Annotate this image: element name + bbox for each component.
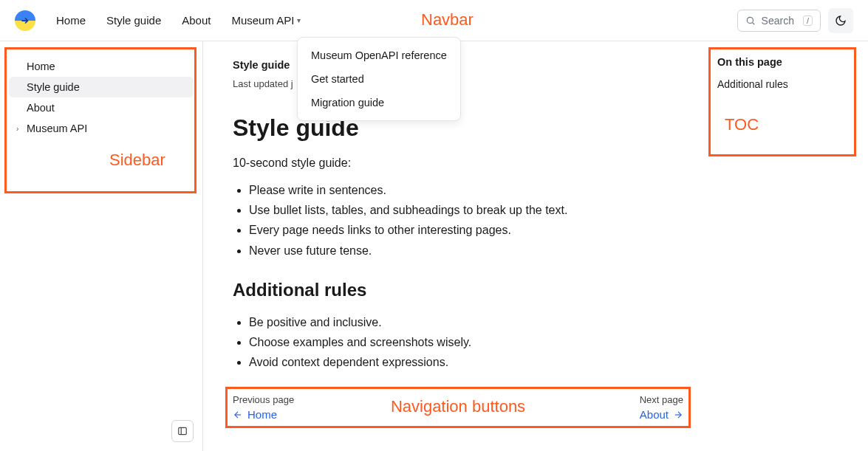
nav-link-museum-api[interactable]: Museum API ▾ <box>231 14 301 27</box>
annotation-sidebar: Sidebar <box>109 151 165 170</box>
arrow-right-icon <box>673 410 683 420</box>
prev-page-label: Previous page <box>233 394 294 405</box>
moon-icon <box>835 15 847 27</box>
svg-rect-2 <box>179 427 187 434</box>
prev-page-link[interactable]: Home <box>233 408 294 421</box>
museum-api-dropdown: Museum OpenAPI reference Get started Mig… <box>297 37 461 121</box>
search-shortcut-key: / <box>803 16 813 26</box>
svg-point-0 <box>747 17 753 23</box>
intro-text: 10-second style guide: <box>233 156 683 170</box>
next-page-link[interactable]: About <box>640 408 683 421</box>
sidebar-item-home[interactable]: Home <box>9 56 194 77</box>
search-icon <box>745 16 756 26</box>
list-item: Every page needs links to other interest… <box>249 220 683 240</box>
page-navigation: Previous page Home Next page About <box>233 391 683 424</box>
dropdown-item-openapi-ref[interactable]: Museum OpenAPI reference <box>298 44 460 67</box>
bullet-list-1: Please write in sentences. Use bullet li… <box>233 180 683 261</box>
sidebar-item-style-guide[interactable]: Style guide <box>9 77 194 97</box>
nav-link-style-guide[interactable]: Style guide <box>106 14 161 27</box>
nav-link-about[interactable]: About <box>182 14 211 27</box>
next-page-label: Next page <box>640 394 683 405</box>
svg-line-1 <box>752 22 754 24</box>
sidebar-item-label: Home <box>27 61 55 72</box>
dropdown-item-get-started[interactable]: Get started <box>298 67 460 91</box>
nav-link-home[interactable]: Home <box>56 14 86 27</box>
sidebar: Home Style guide About ›Museum API Sideb… <box>0 41 203 451</box>
table-of-contents: On this page Additional rules TOC <box>713 41 868 451</box>
sidebar-collapse-button[interactable] <box>171 420 194 442</box>
bullet-list-2: Be positive and inclusive. Choose exampl… <box>233 312 683 373</box>
panel-icon <box>177 426 188 436</box>
chevron-down-icon: ▾ <box>297 16 301 24</box>
sidebar-item-about[interactable]: About <box>9 97 194 118</box>
toc-title: On this page <box>713 56 858 68</box>
theme-toggle-button[interactable] <box>828 8 853 33</box>
dropdown-item-migration-guide[interactable]: Migration guide <box>298 91 460 114</box>
search-input[interactable]: Search / <box>737 10 821 32</box>
chevron-right-icon: › <box>16 125 24 133</box>
site-logo[interactable] <box>15 10 35 31</box>
list-item: Never use future tense. <box>249 241 683 261</box>
list-item: Please write in sentences. <box>249 180 683 200</box>
search-placeholder: Search <box>762 15 794 27</box>
sidebar-item-label: Style guide <box>27 81 80 93</box>
list-item: Avoid context dependent expressions. <box>249 352 683 372</box>
nav-links: Home Style guide About Museum API ▾ <box>56 14 301 27</box>
annotation-toc: TOC <box>725 115 759 134</box>
navbar: Home Style guide About Museum API ▾ Sear… <box>0 0 868 41</box>
sidebar-item-label: Museum API <box>27 123 87 134</box>
sidebar-item-label: About <box>27 102 55 114</box>
list-item: Choose examples and screenshots wisely. <box>249 332 683 352</box>
list-item: Use bullet lists, tables, and subheading… <box>249 200 683 220</box>
list-item: Be positive and inclusive. <box>249 312 683 332</box>
annotation-navbar: Navbar <box>421 10 474 30</box>
section-heading-additional-rules: Additional rules <box>233 280 683 300</box>
arrow-left-icon <box>233 410 243 420</box>
toc-item-additional-rules[interactable]: Additional rules <box>713 75 858 93</box>
sidebar-item-museum-api[interactable]: ›Museum API <box>9 118 194 139</box>
